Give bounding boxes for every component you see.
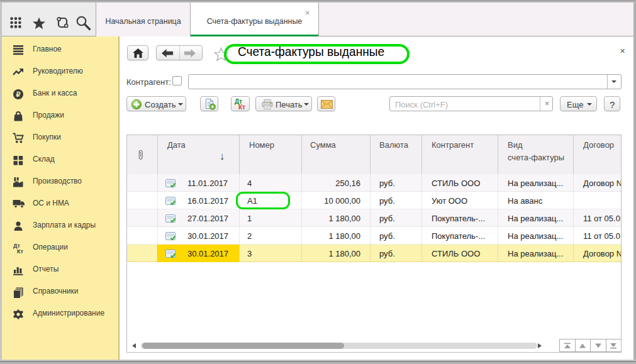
svg-text:₽: ₽ — [16, 91, 21, 98]
svg-text:Кт: Кт — [17, 248, 23, 254]
